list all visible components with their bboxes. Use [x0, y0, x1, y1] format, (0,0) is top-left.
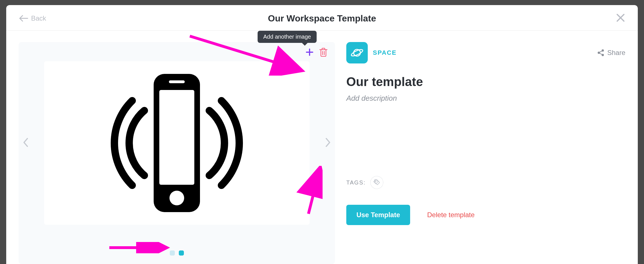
- svg-rect-9: [169, 80, 185, 83]
- delete-template-link[interactable]: Delete template: [427, 211, 475, 219]
- share-icon: [597, 49, 604, 56]
- plus-icon: [306, 48, 314, 56]
- tags-row: TAGS:: [346, 176, 625, 189]
- svg-point-10: [169, 191, 184, 205]
- space-label: SPACE: [373, 49, 397, 56]
- template-title[interactable]: Our template: [346, 75, 625, 89]
- add-tag-button[interactable]: [370, 176, 383, 189]
- action-row: Use Template Delete template: [346, 205, 625, 225]
- share-label: Share: [607, 49, 625, 57]
- gallery-dots: [170, 250, 184, 256]
- trash-icon: [319, 48, 328, 57]
- space-icon-box: [346, 42, 368, 63]
- gallery-dot[interactable]: [170, 250, 175, 256]
- close-button[interactable]: [616, 13, 625, 24]
- phone-ringing-icon: [92, 64, 262, 222]
- gallery-next-button[interactable]: [325, 137, 331, 149]
- chevron-left-icon: [23, 137, 29, 148]
- gallery-prev-button[interactable]: [23, 137, 29, 149]
- planet-icon: [351, 47, 363, 59]
- svg-rect-8: [159, 90, 194, 185]
- details-panel: SPACE Share Our template Add description: [346, 42, 625, 264]
- back-button[interactable]: Back: [19, 14, 46, 22]
- back-label: Back: [31, 14, 46, 22]
- svg-point-18: [375, 181, 376, 182]
- modal-title: Our Workspace Template: [268, 13, 376, 24]
- add-image-button[interactable]: [306, 48, 314, 56]
- image-gallery: Add another image: [19, 42, 335, 264]
- delete-image-button[interactable]: [319, 48, 328, 57]
- template-description[interactable]: Add description: [346, 94, 625, 103]
- modal-body: Add another image: [6, 31, 638, 264]
- gallery-main: [19, 42, 335, 244]
- svg-line-17: [600, 53, 602, 54]
- gallery-toolbar: Add another image: [306, 48, 328, 57]
- use-template-button[interactable]: Use Template: [346, 205, 410, 225]
- details-top-row: SPACE Share: [346, 42, 625, 63]
- arrow-left-icon: [19, 15, 28, 22]
- add-image-tooltip: Add another image: [258, 31, 317, 43]
- gallery-dot[interactable]: [179, 250, 184, 256]
- modal-header: Back Our Workspace Template: [6, 5, 638, 31]
- template-modal: Back Our Workspace Template Add another …: [6, 5, 638, 264]
- tag-icon: [373, 179, 380, 186]
- space-badge[interactable]: SPACE: [346, 42, 397, 63]
- gallery-image: [44, 61, 310, 225]
- svg-line-16: [600, 51, 602, 52]
- close-icon: [616, 13, 625, 23]
- share-button[interactable]: Share: [597, 49, 625, 57]
- tags-label: TAGS:: [346, 179, 366, 186]
- chevron-right-icon: [325, 137, 331, 148]
